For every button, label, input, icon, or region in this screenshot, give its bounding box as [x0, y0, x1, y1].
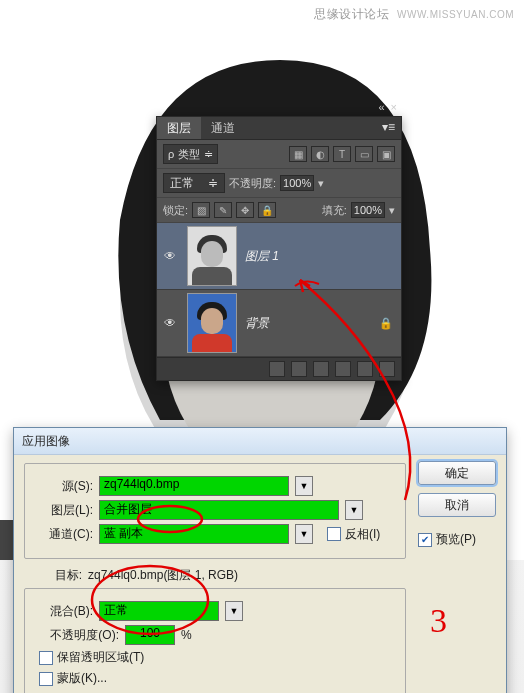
opacity-unit: % — [181, 628, 192, 642]
filter-type-icon[interactable]: T — [333, 146, 351, 162]
layer-thumbnail[interactable] — [187, 226, 237, 286]
layer-label: 图层(L): — [35, 502, 93, 519]
layers-panel: « × 图层 通道 ▾≡ ρ类型≑ ▦ ◐ T ▭ ▣ 正常 ≑ — [156, 116, 402, 381]
blend-label: 混合(B): — [35, 603, 93, 620]
mask-check-icon — [39, 672, 53, 686]
adjustment-icon[interactable] — [313, 361, 329, 377]
lock-fill-row: 锁定: ▨ ✎ ✥ 🔒 填充: 100%▾ — [157, 198, 401, 223]
panel-window-controls: « × — [378, 101, 397, 113]
source-fieldset: 源(S): zq744lq0.bmp ▼ 图层(L): 合并图层 ▼ 通道(C)… — [24, 463, 406, 559]
fill-label: 填充: — [322, 203, 347, 218]
invert-checkbox[interactable]: 反相(I) — [327, 526, 380, 543]
collapse-icon[interactable]: « — [378, 101, 384, 113]
layer-list: 👁 图层 1 👁 背景 🔒 — [157, 223, 401, 357]
target-label: 目标: — [24, 567, 82, 584]
invert-check-icon — [327, 527, 341, 541]
filter-shape-icon[interactable]: ▭ — [355, 146, 373, 162]
panel-menu-icon[interactable]: ▾≡ — [382, 117, 401, 139]
watermark-cn: 思缘设计论坛 — [314, 7, 389, 21]
layer-dropdown-icon[interactable]: ▼ — [345, 500, 363, 520]
panel-footer — [157, 357, 401, 380]
filter-adjust-icon[interactable]: ◐ — [311, 146, 329, 162]
tab-layers[interactable]: 图层 — [157, 117, 201, 139]
lock-trans-icon[interactable]: ▨ — [192, 202, 210, 218]
layer-name[interactable]: 背景 — [245, 315, 269, 332]
lock-label: 锁定: — [163, 203, 188, 218]
layer-row-1[interactable]: 👁 图层 1 — [157, 223, 401, 290]
layer-name[interactable]: 图层 1 — [245, 248, 279, 265]
kind-filter[interactable]: ρ类型≑ — [163, 144, 218, 164]
trash-icon[interactable] — [379, 361, 395, 377]
preserve-trans-label: 保留透明区域(T) — [57, 649, 144, 666]
dialog-buttons: 确定 取消 ✔ 预览(P) — [418, 461, 496, 548]
preserve-transparency-checkbox[interactable]: 保留透明区域(T) — [39, 649, 395, 666]
source-label: 源(S): — [35, 478, 93, 495]
source-select[interactable]: zq744lq0.bmp — [99, 476, 289, 496]
opacity-label: 不透明度(O): — [35, 627, 119, 644]
fill-input[interactable]: 100% — [351, 202, 385, 218]
blending-dropdown-icon[interactable]: ▼ — [225, 601, 243, 621]
opacity-input[interactable]: 100 — [125, 625, 175, 645]
opacity-input[interactable]: 100% — [280, 175, 314, 191]
preview-label: 预览(P) — [436, 531, 476, 548]
lock-pos-icon[interactable]: ✥ — [236, 202, 254, 218]
layer-thumbnail[interactable] — [187, 293, 237, 353]
filter-smart-icon[interactable]: ▣ — [377, 146, 395, 162]
close-icon[interactable]: × — [391, 101, 397, 113]
blend-mode-select[interactable]: 正常 ≑ — [163, 173, 225, 193]
preview-check-icon: ✔ — [418, 533, 432, 547]
blending-select[interactable]: 正常 — [99, 601, 219, 621]
kind-filter-label: 类型 — [178, 147, 200, 162]
filter-pixel-icon[interactable]: ▦ — [289, 146, 307, 162]
dialog-title-bar[interactable]: 应用图像 — [14, 428, 506, 455]
channel-dropdown-icon[interactable]: ▼ — [295, 524, 313, 544]
mask-checkbox[interactable]: 蒙版(K)... — [39, 670, 395, 687]
lock-pixel-icon[interactable]: ✎ — [214, 202, 232, 218]
target-value: zq744lq0.bmp(图层 1, RGB) — [88, 567, 238, 584]
filter-icons: ▦ ◐ T ▭ ▣ — [289, 146, 395, 162]
dialog-body: 确定 取消 ✔ 预览(P) 源(S): zq744lq0.bmp ▼ 图层(L)… — [14, 455, 506, 693]
channel-label: 通道(C): — [35, 526, 93, 543]
preserve-check-icon — [39, 651, 53, 665]
invert-label: 反相(I) — [345, 526, 380, 543]
layer-select[interactable]: 合并图层 — [99, 500, 339, 520]
group-icon[interactable] — [335, 361, 351, 377]
panel-tabs: 图层 通道 ▾≡ — [157, 117, 401, 140]
preview-checkbox[interactable]: ✔ 预览(P) — [418, 531, 496, 548]
blend-fieldset: 混合(B): 正常 ▼ 不透明度(O): 100 % 保留透明区域(T) 蒙版(… — [24, 588, 406, 693]
apply-image-dialog: 应用图像 确定 取消 ✔ 预览(P) 源(S): zq744lq0.bmp ▼ … — [13, 427, 507, 693]
fx-icon[interactable] — [269, 361, 285, 377]
lock-icon: 🔒 — [379, 317, 391, 329]
blend-opacity-row: 正常 ≑ 不透明度: 100%▾ — [157, 169, 401, 198]
ok-button[interactable]: 确定 — [418, 461, 496, 485]
canvas: 思缘设计论坛 WWW.MISSYUAN.COM « × 图层 通道 ▾≡ ρ类型… — [0, 0, 524, 693]
cancel-button[interactable]: 取消 — [418, 493, 496, 517]
layer-row-background[interactable]: 👁 背景 🔒 — [157, 290, 401, 357]
tab-channels[interactable]: 通道 — [201, 117, 245, 139]
source-dropdown-icon[interactable]: ▼ — [295, 476, 313, 496]
channel-select[interactable]: 蓝 副本 — [99, 524, 289, 544]
filter-row: ρ类型≑ ▦ ◐ T ▭ ▣ — [157, 140, 401, 169]
visibility-toggle[interactable]: 👁 — [161, 247, 179, 265]
mask-icon[interactable] — [291, 361, 307, 377]
mask-label: 蒙版(K)... — [57, 670, 107, 687]
watermark-en: WWW.MISSYUAN.COM — [397, 9, 514, 20]
dialog-title: 应用图像 — [22, 433, 70, 450]
blend-mode-value: 正常 — [170, 175, 194, 192]
watermark: 思缘设计论坛 WWW.MISSYUAN.COM — [314, 6, 514, 23]
new-layer-icon[interactable] — [357, 361, 373, 377]
visibility-toggle[interactable]: 👁 — [161, 314, 179, 332]
opacity-label: 不透明度: — [229, 176, 276, 191]
lock-all-icon[interactable]: 🔒 — [258, 202, 276, 218]
